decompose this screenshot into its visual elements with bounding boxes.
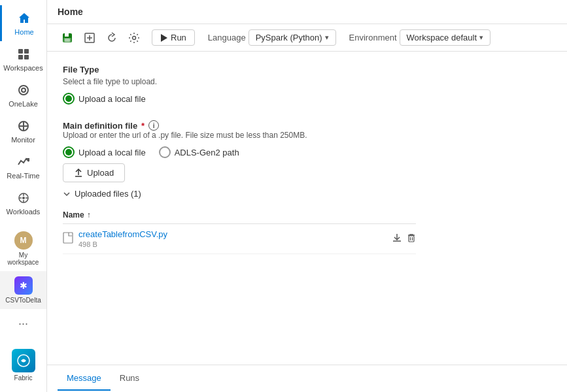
save-button[interactable] [58, 29, 77, 47]
name-col-header: Name [63, 210, 84, 220]
avatar: M [14, 231, 33, 250]
file-type-title: File Type [63, 65, 551, 74]
environment-dropdown[interactable]: Workspace default ▾ [400, 29, 490, 46]
file-icon [63, 232, 73, 246]
monitor-icon [16, 118, 31, 134]
sidebar-item-label: Real-Time [7, 172, 39, 180]
fabric-label: Fabric [14, 374, 33, 382]
main-definition-section: Main definition file * i Upload or enter… [63, 120, 551, 254]
fabric-icon [12, 349, 35, 372]
radio-upload-local[interactable]: Upload a local file [63, 146, 146, 158]
svg-marker-23 [161, 34, 167, 42]
svg-rect-1 [24, 49, 29, 54]
sidebar-item-label: My workspace [3, 252, 44, 266]
workspaces-icon [16, 46, 31, 62]
main-def-subtitle: Upload or enter the url of a .py file. F… [63, 131, 551, 140]
language-dropdown[interactable]: PySpark (Python) ▾ [249, 29, 336, 46]
file-type-subtitle: Select a file type to upload. [63, 77, 551, 86]
realtime-icon [16, 154, 31, 170]
sidebar-item-workspaces[interactable]: Workspaces [0, 41, 46, 77]
table-row: createTablefromCSV.py 498 B [63, 224, 416, 254]
radio-adls[interactable]: ADLS-Gen2 path [159, 146, 239, 158]
uploaded-files-toggle[interactable]: Uploaded files (1) [63, 189, 551, 199]
content-area: File Type Select a file type to upload. … [47, 52, 567, 365]
svg-rect-18 [65, 39, 70, 42]
new-notebook-button[interactable] [80, 29, 99, 47]
file-type-radio-group: Upload a local file [63, 93, 551, 105]
svg-rect-2 [18, 55, 23, 59]
environment-label: Environment [349, 33, 397, 42]
sidebar-item-onelake[interactable]: OneLake [0, 77, 46, 113]
file-name[interactable]: createTablefromCSV.py [78, 229, 377, 239]
tab-message[interactable]: Message [58, 367, 111, 391]
delete-icon[interactable] [407, 233, 416, 244]
environment-value: Workspace default [407, 33, 477, 42]
bottom-tabs: Message Runs [47, 365, 567, 392]
file-name-wrap: createTablefromCSV.py 498 B [78, 229, 377, 248]
svg-point-22 [133, 36, 136, 39]
sidebar-item-label: Home [14, 28, 33, 36]
files-table-header: Name ↑ [63, 206, 416, 224]
tab-runs[interactable]: Runs [111, 367, 148, 391]
csvtodelta-icon: ✱ [14, 276, 33, 295]
refresh-button[interactable] [102, 29, 122, 47]
file-type-section: File Type Select a file type to upload. … [63, 65, 551, 105]
environment-chevron-icon: ▾ [479, 33, 483, 42]
files-table: Name ↑ createTablefromCSV.py 498 B [63, 206, 416, 254]
sidebar-item-my-workspace[interactable]: M My workspace [0, 226, 46, 271]
sidebar-item-label: OneLake [9, 100, 38, 108]
uploaded-files-label: Uploaded files (1) [75, 189, 141, 199]
svg-rect-26 [63, 233, 73, 243]
home-icon [16, 10, 32, 26]
svg-point-4 [19, 86, 28, 95]
sidebar-fabric-logo[interactable]: Fabric [0, 344, 46, 387]
chevron-down-icon [63, 190, 71, 198]
radio-adls-circle [159, 146, 171, 158]
sort-icon[interactable]: ↑ [87, 210, 91, 220]
info-icon[interactable]: i [148, 120, 159, 131]
main-def-title: Main definition file * i [63, 120, 551, 131]
workloads-icon [16, 190, 31, 206]
svg-point-10 [22, 197, 25, 199]
main-def-radio-row: Upload a local file ADLS-Gen2 path [63, 146, 551, 158]
sidebar: Home Workspaces OneLake [0, 0, 47, 392]
file-size: 498 B [78, 240, 377, 248]
sidebar-item-realtime[interactable]: Real-Time [0, 149, 46, 185]
svg-rect-16 [65, 33, 69, 37]
sidebar-item-csvtodelta[interactable]: ✱ CSVToDelta [0, 271, 46, 309]
upload-icon [74, 169, 83, 178]
sidebar-item-label: Workloads [7, 208, 41, 216]
onelake-icon [16, 82, 31, 98]
upload-button[interactable]: Upload [63, 163, 125, 182]
svg-rect-3 [24, 55, 29, 59]
page-title-bar: Home [47, 0, 567, 24]
radio-upload-local-label: Upload a local file [78, 148, 146, 157]
language-label: Language [208, 33, 246, 42]
required-star: * [141, 121, 145, 131]
svg-point-5 [22, 88, 26, 92]
settings-button[interactable] [124, 29, 144, 47]
svg-rect-0 [18, 49, 23, 54]
download-icon[interactable] [392, 233, 402, 244]
language-chevron-icon: ▾ [325, 33, 329, 42]
sidebar-item-label: CSVToDelta [5, 297, 41, 304]
sidebar-item-workloads[interactable]: Workloads [0, 185, 46, 221]
upload-local-label: Upload a local file [78, 94, 146, 104]
sidebar-item-monitor[interactable]: Monitor [0, 113, 46, 149]
page-title: Home [58, 7, 83, 17]
file-actions [377, 233, 416, 244]
radio-upload-local-circle [63, 146, 75, 158]
main-content: Home [47, 0, 567, 392]
sidebar-more-button[interactable]: ... [13, 309, 33, 333]
sidebar-item-home[interactable]: Home [0, 5, 46, 41]
sidebar-item-label: Monitor [11, 136, 35, 144]
language-value: PySpark (Python) [256, 33, 322, 42]
upload-local-radio[interactable] [63, 93, 75, 105]
sidebar-item-label: Workspaces [3, 64, 43, 72]
svg-rect-29 [409, 236, 414, 242]
run-button[interactable]: Run [152, 29, 195, 46]
radio-adls-label: ADLS-Gen2 path [175, 148, 239, 157]
toolbar: Run Language PySpark (Python) ▾ Environm… [47, 24, 567, 52]
